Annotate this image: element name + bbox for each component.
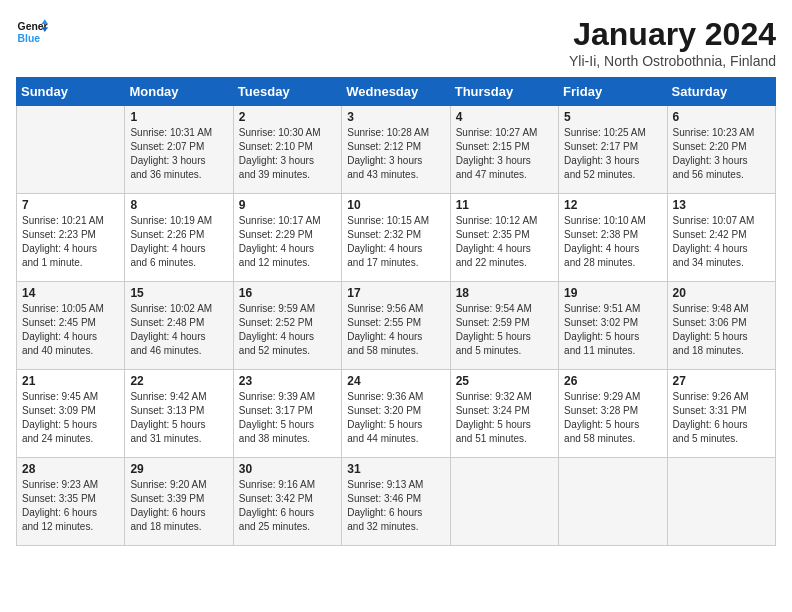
day-info: Sunrise: 9:51 AM Sunset: 3:02 PM Dayligh… xyxy=(564,302,661,358)
calendar-cell: 19Sunrise: 9:51 AM Sunset: 3:02 PM Dayli… xyxy=(559,282,667,370)
day-info: Sunrise: 10:02 AM Sunset: 2:48 PM Daylig… xyxy=(130,302,227,358)
day-info: Sunrise: 10:28 AM Sunset: 2:12 PM Daylig… xyxy=(347,126,444,182)
calendar-cell: 17Sunrise: 9:56 AM Sunset: 2:55 PM Dayli… xyxy=(342,282,450,370)
logo-icon: General Blue xyxy=(16,16,48,48)
day-number: 25 xyxy=(456,374,553,388)
calendar-cell: 21Sunrise: 9:45 AM Sunset: 3:09 PM Dayli… xyxy=(17,370,125,458)
day-info: Sunrise: 9:29 AM Sunset: 3:28 PM Dayligh… xyxy=(564,390,661,446)
calendar-cell xyxy=(450,458,558,546)
day-number: 6 xyxy=(673,110,770,124)
calendar-cell: 20Sunrise: 9:48 AM Sunset: 3:06 PM Dayli… xyxy=(667,282,775,370)
weekday-header-friday: Friday xyxy=(559,78,667,106)
day-number: 12 xyxy=(564,198,661,212)
calendar-cell: 24Sunrise: 9:36 AM Sunset: 3:20 PM Dayli… xyxy=(342,370,450,458)
calendar-cell: 16Sunrise: 9:59 AM Sunset: 2:52 PM Dayli… xyxy=(233,282,341,370)
day-info: Sunrise: 10:31 AM Sunset: 2:07 PM Daylig… xyxy=(130,126,227,182)
day-info: Sunrise: 10:05 AM Sunset: 2:45 PM Daylig… xyxy=(22,302,119,358)
calendar-table: SundayMondayTuesdayWednesdayThursdayFrid… xyxy=(16,77,776,546)
calendar-cell: 15Sunrise: 10:02 AM Sunset: 2:48 PM Dayl… xyxy=(125,282,233,370)
day-number: 21 xyxy=(22,374,119,388)
calendar-cell: 4Sunrise: 10:27 AM Sunset: 2:15 PM Dayli… xyxy=(450,106,558,194)
calendar-cell: 1Sunrise: 10:31 AM Sunset: 2:07 PM Dayli… xyxy=(125,106,233,194)
calendar-cell xyxy=(17,106,125,194)
day-info: Sunrise: 10:21 AM Sunset: 2:23 PM Daylig… xyxy=(22,214,119,270)
title-block: January 2024 Yli-Ii, North Ostrobothnia,… xyxy=(569,16,776,69)
day-number: 8 xyxy=(130,198,227,212)
calendar-cell xyxy=(667,458,775,546)
day-info: Sunrise: 10:12 AM Sunset: 2:35 PM Daylig… xyxy=(456,214,553,270)
day-number: 4 xyxy=(456,110,553,124)
calendar-cell xyxy=(559,458,667,546)
day-info: Sunrise: 9:32 AM Sunset: 3:24 PM Dayligh… xyxy=(456,390,553,446)
page-header: General Blue January 2024 Yli-Ii, North … xyxy=(16,16,776,69)
calendar-week-2: 7Sunrise: 10:21 AM Sunset: 2:23 PM Dayli… xyxy=(17,194,776,282)
day-info: Sunrise: 9:54 AM Sunset: 2:59 PM Dayligh… xyxy=(456,302,553,358)
day-number: 20 xyxy=(673,286,770,300)
day-info: Sunrise: 10:07 AM Sunset: 2:42 PM Daylig… xyxy=(673,214,770,270)
day-info: Sunrise: 9:45 AM Sunset: 3:09 PM Dayligh… xyxy=(22,390,119,446)
day-number: 19 xyxy=(564,286,661,300)
calendar-cell: 27Sunrise: 9:26 AM Sunset: 3:31 PM Dayli… xyxy=(667,370,775,458)
day-number: 17 xyxy=(347,286,444,300)
calendar-title: January 2024 xyxy=(569,16,776,53)
day-number: 3 xyxy=(347,110,444,124)
calendar-cell: 22Sunrise: 9:42 AM Sunset: 3:13 PM Dayli… xyxy=(125,370,233,458)
day-number: 24 xyxy=(347,374,444,388)
day-number: 2 xyxy=(239,110,336,124)
day-number: 27 xyxy=(673,374,770,388)
day-info: Sunrise: 10:17 AM Sunset: 2:29 PM Daylig… xyxy=(239,214,336,270)
weekday-header-monday: Monday xyxy=(125,78,233,106)
day-number: 31 xyxy=(347,462,444,476)
day-number: 16 xyxy=(239,286,336,300)
calendar-cell: 31Sunrise: 9:13 AM Sunset: 3:46 PM Dayli… xyxy=(342,458,450,546)
day-number: 9 xyxy=(239,198,336,212)
calendar-cell: 28Sunrise: 9:23 AM Sunset: 3:35 PM Dayli… xyxy=(17,458,125,546)
calendar-cell: 7Sunrise: 10:21 AM Sunset: 2:23 PM Dayli… xyxy=(17,194,125,282)
calendar-cell: 14Sunrise: 10:05 AM Sunset: 2:45 PM Dayl… xyxy=(17,282,125,370)
calendar-cell: 13Sunrise: 10:07 AM Sunset: 2:42 PM Dayl… xyxy=(667,194,775,282)
day-info: Sunrise: 9:39 AM Sunset: 3:17 PM Dayligh… xyxy=(239,390,336,446)
weekday-header-wednesday: Wednesday xyxy=(342,78,450,106)
calendar-week-5: 28Sunrise: 9:23 AM Sunset: 3:35 PM Dayli… xyxy=(17,458,776,546)
day-info: Sunrise: 9:16 AM Sunset: 3:42 PM Dayligh… xyxy=(239,478,336,534)
day-number: 30 xyxy=(239,462,336,476)
weekday-header-thursday: Thursday xyxy=(450,78,558,106)
day-info: Sunrise: 10:10 AM Sunset: 2:38 PM Daylig… xyxy=(564,214,661,270)
calendar-cell: 6Sunrise: 10:23 AM Sunset: 2:20 PM Dayli… xyxy=(667,106,775,194)
day-number: 29 xyxy=(130,462,227,476)
day-number: 22 xyxy=(130,374,227,388)
weekday-header-sunday: Sunday xyxy=(17,78,125,106)
calendar-cell: 9Sunrise: 10:17 AM Sunset: 2:29 PM Dayli… xyxy=(233,194,341,282)
calendar-cell: 11Sunrise: 10:12 AM Sunset: 2:35 PM Dayl… xyxy=(450,194,558,282)
day-info: Sunrise: 9:56 AM Sunset: 2:55 PM Dayligh… xyxy=(347,302,444,358)
day-info: Sunrise: 9:42 AM Sunset: 3:13 PM Dayligh… xyxy=(130,390,227,446)
day-info: Sunrise: 10:27 AM Sunset: 2:15 PM Daylig… xyxy=(456,126,553,182)
calendar-week-1: 1Sunrise: 10:31 AM Sunset: 2:07 PM Dayli… xyxy=(17,106,776,194)
calendar-cell: 29Sunrise: 9:20 AM Sunset: 3:39 PM Dayli… xyxy=(125,458,233,546)
day-info: Sunrise: 9:26 AM Sunset: 3:31 PM Dayligh… xyxy=(673,390,770,446)
calendar-cell: 2Sunrise: 10:30 AM Sunset: 2:10 PM Dayli… xyxy=(233,106,341,194)
day-info: Sunrise: 9:48 AM Sunset: 3:06 PM Dayligh… xyxy=(673,302,770,358)
calendar-cell: 10Sunrise: 10:15 AM Sunset: 2:32 PM Dayl… xyxy=(342,194,450,282)
day-info: Sunrise: 10:30 AM Sunset: 2:10 PM Daylig… xyxy=(239,126,336,182)
calendar-week-3: 14Sunrise: 10:05 AM Sunset: 2:45 PM Dayl… xyxy=(17,282,776,370)
weekday-header-saturday: Saturday xyxy=(667,78,775,106)
calendar-cell: 5Sunrise: 10:25 AM Sunset: 2:17 PM Dayli… xyxy=(559,106,667,194)
calendar-cell: 18Sunrise: 9:54 AM Sunset: 2:59 PM Dayli… xyxy=(450,282,558,370)
day-number: 11 xyxy=(456,198,553,212)
day-number: 1 xyxy=(130,110,227,124)
day-number: 28 xyxy=(22,462,119,476)
day-info: Sunrise: 9:59 AM Sunset: 2:52 PM Dayligh… xyxy=(239,302,336,358)
day-info: Sunrise: 9:20 AM Sunset: 3:39 PM Dayligh… xyxy=(130,478,227,534)
calendar-week-4: 21Sunrise: 9:45 AM Sunset: 3:09 PM Dayli… xyxy=(17,370,776,458)
day-number: 14 xyxy=(22,286,119,300)
day-info: Sunrise: 9:36 AM Sunset: 3:20 PM Dayligh… xyxy=(347,390,444,446)
svg-text:Blue: Blue xyxy=(18,33,41,44)
calendar-cell: 23Sunrise: 9:39 AM Sunset: 3:17 PM Dayli… xyxy=(233,370,341,458)
day-number: 15 xyxy=(130,286,227,300)
day-number: 5 xyxy=(564,110,661,124)
calendar-cell: 26Sunrise: 9:29 AM Sunset: 3:28 PM Dayli… xyxy=(559,370,667,458)
calendar-cell: 3Sunrise: 10:28 AM Sunset: 2:12 PM Dayli… xyxy=(342,106,450,194)
day-info: Sunrise: 10:19 AM Sunset: 2:26 PM Daylig… xyxy=(130,214,227,270)
calendar-subtitle: Yli-Ii, North Ostrobothnia, Finland xyxy=(569,53,776,69)
